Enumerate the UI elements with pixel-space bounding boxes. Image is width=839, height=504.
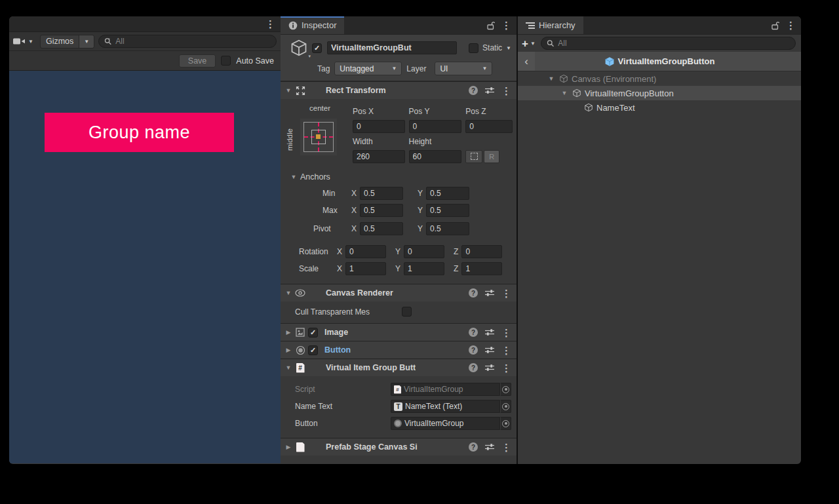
inspector-tab-label: Inspector: [302, 20, 336, 30]
width-field[interactable]: [353, 150, 405, 163]
layer-dropdown[interactable]: UI: [435, 62, 492, 75]
component-menu-kebab-icon[interactable]: [501, 328, 511, 338]
lock-icon[interactable]: [486, 21, 495, 30]
hierarchy-search-input[interactable]: [558, 39, 790, 48]
create-object-button[interactable]: [522, 38, 536, 49]
pivot-y-field[interactable]: [426, 222, 469, 235]
button-enabled-checkbox[interactable]: [308, 345, 318, 355]
foldout-icon[interactable]: [560, 90, 569, 96]
scale-z-field[interactable]: [461, 262, 502, 275]
image-component-header[interactable]: Image: [281, 323, 517, 341]
presets-icon[interactable]: [485, 87, 494, 94]
component-menu-kebab-icon[interactable]: [501, 288, 511, 298]
anchor-preset-widget[interactable]: [300, 119, 337, 155]
static-checkbox[interactable]: [469, 43, 478, 53]
foldout-icon[interactable]: [284, 87, 292, 94]
hierarchy-row-canvas[interactable]: Canvas (Environment): [518, 71, 801, 86]
lock-icon[interactable]: [771, 21, 779, 30]
raw-edit-mode-button[interactable]: R: [484, 150, 499, 163]
foldout-icon[interactable]: [284, 329, 292, 336]
rect-transform-icon: [294, 86, 306, 96]
gameobject-icon-button[interactable]: ▾: [286, 39, 312, 57]
presets-icon[interactable]: [485, 289, 494, 297]
presets-icon[interactable]: [485, 346, 494, 354]
button-object-field[interactable]: VirtualItemGroup: [391, 417, 500, 430]
presets-icon[interactable]: [485, 364, 494, 372]
hierarchy-search-field[interactable]: [541, 37, 796, 50]
hierarchy-row-nametext[interactable]: NameText: [518, 100, 801, 115]
anchors-min-x-field[interactable]: [360, 187, 403, 200]
pos-z-field[interactable]: [465, 120, 513, 133]
prefab-back-button[interactable]: [518, 52, 535, 71]
hierarchy-row-virtualitemgroupbutton[interactable]: VirtualItemGroupButton: [518, 86, 801, 100]
rotation-y-field[interactable]: [404, 245, 444, 258]
object-picker-button[interactable]: [500, 400, 511, 413]
gameobject-name-field[interactable]: [327, 41, 457, 54]
height-field[interactable]: [409, 150, 461, 163]
anchors-min-y-field[interactable]: [426, 187, 469, 200]
foldout-icon[interactable]: [284, 347, 292, 353]
component-menu-kebab-icon[interactable]: [501, 363, 511, 373]
presets-icon[interactable]: [485, 328, 494, 336]
anchor-horizontal-label: center: [299, 104, 341, 112]
help-icon[interactable]: [469, 288, 478, 298]
anchors-max-y-field[interactable]: [426, 204, 469, 217]
hierarchy-menu-kebab-icon[interactable]: [786, 20, 796, 30]
anchors-foldout[interactable]: Anchors: [290, 168, 517, 185]
scene-viewport[interactable]: Group name: [9, 71, 281, 463]
static-dropdown-arrow[interactable]: [506, 45, 511, 51]
pos-x-field[interactable]: [353, 120, 405, 133]
foldout-icon[interactable]: [284, 364, 292, 371]
chevron-down-icon: [28, 39, 33, 45]
gizmos-dropdown[interactable]: Gizmos: [40, 35, 94, 48]
canvas-renderer-header[interactable]: Canvas Renderer: [281, 284, 517, 301]
object-picker-button[interactable]: [500, 417, 511, 430]
button-component-header[interactable]: Button: [281, 341, 517, 359]
rect-transform-header[interactable]: Rect Transform: [281, 81, 517, 99]
scale-x-field[interactable]: [345, 262, 386, 275]
pivot-x-field[interactable]: [360, 222, 403, 235]
canvas-group-button[interactable]: Group name: [45, 113, 234, 152]
help-icon[interactable]: [469, 363, 478, 372]
scene-menu-kebab-icon[interactable]: [265, 19, 275, 29]
script-object-field[interactable]: # VirtualItemGroup: [391, 383, 500, 396]
auto-save-checkbox[interactable]: [221, 56, 231, 66]
help-icon[interactable]: [469, 328, 478, 337]
gameobject-active-checkbox[interactable]: [312, 43, 322, 53]
foldout-icon[interactable]: [547, 75, 556, 82]
rotation-x-field[interactable]: [345, 245, 386, 258]
help-icon[interactable]: [469, 86, 478, 95]
scene-search-field[interactable]: [98, 35, 277, 48]
foldout-icon[interactable]: [284, 290, 292, 296]
component-menu-kebab-icon[interactable]: [501, 86, 511, 96]
foldout-icon[interactable]: [284, 444, 292, 450]
inspector-menu-kebab-icon[interactable]: [501, 20, 511, 30]
pos-y-field[interactable]: [409, 120, 461, 133]
chevron-down-icon: [84, 39, 89, 45]
tag-value: Untagged: [340, 64, 374, 73]
name-text-object-field[interactable]: NameText (Text): [391, 400, 500, 413]
blueprint-mode-button[interactable]: [465, 150, 482, 163]
help-icon[interactable]: [469, 442, 478, 452]
help-icon[interactable]: [469, 345, 478, 355]
hierarchy-tabbar: Hierarchy: [518, 16, 801, 35]
gizmos-arrow[interactable]: [79, 35, 94, 48]
save-button[interactable]: Save: [179, 54, 216, 68]
component-menu-kebab-icon[interactable]: [501, 345, 511, 355]
rotation-z-field[interactable]: [461, 245, 502, 258]
tag-dropdown[interactable]: Untagged: [334, 62, 402, 75]
scene-toolbar: Gizmos: [9, 32, 281, 51]
camera-dropdown-button[interactable]: [10, 36, 36, 47]
anchors-max-x-field[interactable]: [360, 204, 403, 217]
scene-search-input[interactable]: [115, 37, 271, 46]
tab-hierarchy[interactable]: Hierarchy: [518, 16, 583, 34]
image-enabled-checkbox[interactable]: [308, 328, 318, 338]
prefab-stage-header[interactable]: Prefab Stage Canvas Si: [281, 438, 517, 456]
object-picker-button[interactable]: [500, 383, 511, 396]
tab-inspector[interactable]: Inspector: [281, 16, 344, 34]
scale-y-field[interactable]: [404, 262, 444, 275]
script-component-header[interactable]: # Virtual Item Group Butt: [281, 359, 517, 376]
presets-icon[interactable]: [485, 443, 494, 451]
cull-transparent-mesh-checkbox[interactable]: [402, 307, 412, 317]
component-menu-kebab-icon[interactable]: [501, 442, 511, 452]
